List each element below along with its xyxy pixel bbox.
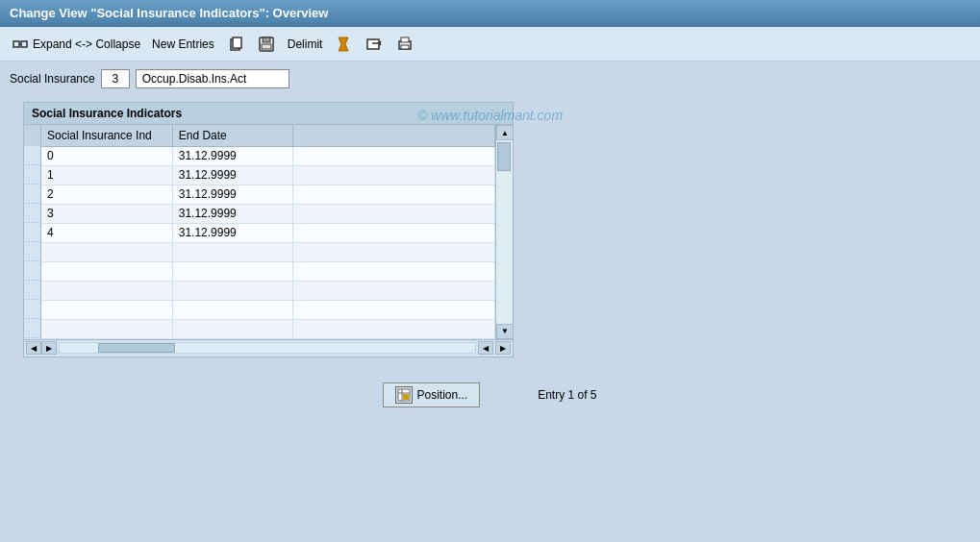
cell-spacer — [293, 185, 495, 204]
row-selector-5[interactable] — [24, 223, 40, 242]
svg-rect-19 — [403, 394, 409, 400]
table-row[interactable] — [41, 300, 495, 319]
table-row[interactable]: 431.12.9999 — [41, 223, 495, 242]
col-header-date: End Date — [172, 125, 293, 146]
row-selector-7[interactable] — [24, 261, 40, 281]
table-container: Social Insurance Indicators — [23, 102, 514, 357]
svg-rect-9 — [367, 39, 379, 49]
filter-label: Social Insurance — [10, 72, 95, 86]
row-selectors — [24, 125, 41, 339]
cell-end-date — [172, 242, 293, 261]
svg-rect-1 — [21, 41, 27, 47]
svg-rect-7 — [262, 44, 271, 49]
new-entries-label: New Entries — [152, 37, 214, 51]
export-icon — [364, 35, 384, 54]
horiz-scroll-track[interactable] — [59, 342, 476, 354]
cell-spacer — [293, 165, 495, 185]
scroll-thumb[interactable] — [497, 142, 511, 171]
svg-rect-14 — [401, 37, 409, 42]
table-row[interactable] — [41, 319, 495, 338]
row-selector-4[interactable] — [24, 204, 40, 223]
entry-info: Entry 1 of 5 — [538, 388, 596, 402]
filter-code-input[interactable] — [101, 69, 130, 88]
right-scroll-right-btn[interactable]: ▶ — [495, 341, 511, 355]
cell-ind: 3 — [41, 204, 172, 223]
copy-button[interactable] — [223, 33, 248, 56]
scroll-down-btn[interactable]: ▼ — [496, 324, 514, 339]
horiz-scroll-right-btn[interactable]: ▶ — [41, 341, 57, 355]
cell-end-date: 31.12.9999 — [172, 204, 293, 223]
save-icon — [257, 35, 276, 54]
svg-marker-8 — [339, 37, 348, 51]
print-icon — [395, 35, 415, 54]
cell-end-date — [172, 281, 293, 300]
bottom-bar: Position... Entry 1 of 5 — [10, 367, 970, 423]
table-row[interactable] — [41, 242, 495, 261]
data-table: Social Insurance Ind End Date 031.12.999… — [41, 125, 495, 339]
cell-spacer — [293, 242, 495, 261]
cell-end-date: 31.12.9999 — [172, 165, 293, 185]
save-button[interactable] — [254, 33, 279, 56]
hourglass-icon — [334, 35, 353, 54]
row-selector-10[interactable] — [24, 319, 40, 338]
table-row[interactable]: 231.12.9999 — [41, 185, 495, 204]
export-button[interactable] — [362, 33, 387, 56]
position-button[interactable]: Position... — [383, 382, 480, 407]
col-header-ind: Social Insurance Ind — [41, 125, 172, 146]
vertical-scrollbar[interactable]: ▲ ▼ — [495, 125, 513, 339]
cell-end-date — [172, 300, 293, 319]
cell-ind: 4 — [41, 223, 172, 242]
horiz-scroll-left-btn[interactable]: ◀ — [26, 341, 41, 355]
cell-spacer — [293, 300, 495, 319]
toolbar: Expand <-> Collapse New Entries Delimit — [0, 27, 980, 62]
print-button[interactable] — [392, 33, 417, 56]
row-selector-9[interactable] — [24, 300, 40, 319]
scroll-up-btn[interactable]: ▲ — [496, 125, 514, 140]
title-text: Change View "Social Insurance Indicators… — [10, 6, 328, 20]
cell-spacer — [293, 146, 495, 165]
cell-end-date — [172, 319, 293, 338]
row-selector-1[interactable] — [24, 146, 40, 165]
cell-ind — [41, 300, 172, 319]
cell-end-date — [172, 261, 293, 281]
table-row[interactable] — [41, 281, 495, 300]
table-row[interactable]: 331.12.9999 — [41, 204, 495, 223]
filter-bar: Social Insurance — [10, 69, 970, 88]
position-icon — [395, 386, 413, 404]
delimit-button[interactable]: Delimit — [285, 36, 326, 53]
cell-ind: 0 — [41, 146, 172, 165]
expand-collapse-button[interactable]: Expand <-> Collapse — [8, 33, 143, 56]
table-body: Social Insurance Ind End Date 031.12.999… — [24, 125, 513, 339]
right-scroll-buttons: ◀ ▶ — [478, 341, 511, 355]
table-row[interactable] — [41, 261, 495, 281]
horizontal-scrollbar[interactable]: ◀ ▶ ◀ ▶ — [24, 339, 513, 357]
col-header-spacer — [293, 125, 495, 146]
right-scroll-left-btn[interactable]: ◀ — [478, 341, 493, 355]
row-selector-8[interactable] — [24, 281, 40, 300]
table-title: Social Insurance Indicators — [24, 103, 513, 125]
horiz-scroll-thumb[interactable] — [98, 343, 175, 353]
cell-end-date: 31.12.9999 — [172, 146, 293, 165]
cell-end-date: 31.12.9999 — [172, 185, 293, 204]
title-bar: Change View "Social Insurance Indicators… — [0, 0, 980, 27]
scroll-track[interactable] — [496, 140, 513, 324]
table-row[interactable]: 131.12.9999 — [41, 165, 495, 185]
svg-rect-6 — [263, 37, 270, 42]
hourglass-button[interactable] — [331, 33, 356, 56]
cell-ind — [41, 261, 172, 281]
cell-end-date: 31.12.9999 — [172, 223, 293, 242]
cell-spacer — [293, 261, 495, 281]
row-selector-3[interactable] — [24, 185, 40, 204]
row-selector-6[interactable] — [24, 242, 40, 261]
position-button-label: Position... — [416, 388, 467, 402]
expand-icon — [11, 35, 30, 54]
cell-ind — [41, 319, 172, 338]
svg-rect-0 — [13, 41, 19, 47]
new-entries-button[interactable]: New Entries — [149, 36, 217, 53]
row-selector-2[interactable] — [24, 165, 40, 185]
cell-spacer — [293, 281, 495, 300]
delimit-label: Delimit — [288, 37, 323, 51]
filter-value-input[interactable] — [136, 69, 289, 88]
table-row[interactable]: 031.12.9999 — [41, 146, 495, 165]
cell-ind — [41, 281, 172, 300]
